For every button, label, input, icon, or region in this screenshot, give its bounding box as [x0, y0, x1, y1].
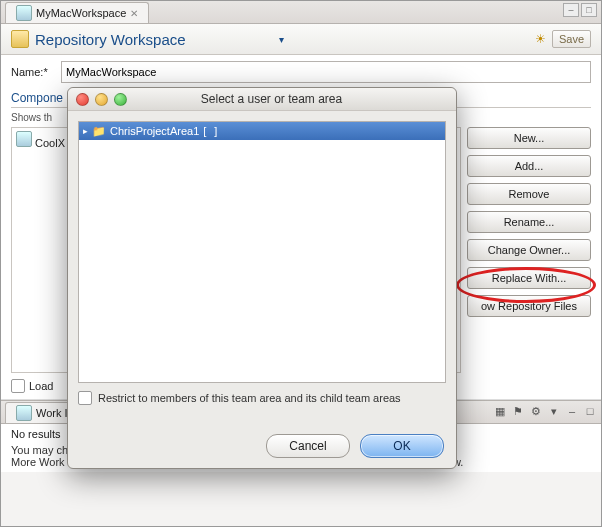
work-items-toolbar: ▦ ⚑ ⚙ ▾ – □ [493, 404, 597, 418]
tree-row-project[interactable]: ▸ 📁 ChrisProjectArea1 [ ] [79, 122, 445, 140]
new-button[interactable]: New... [467, 127, 591, 149]
editor-tab-workspace[interactable]: MyMacWorkspace ✕ [5, 2, 149, 23]
team-area-tree[interactable]: ▸ 📁 ChrisProjectArea1 [ ] [78, 121, 446, 383]
refresh-icon[interactable]: ☀ [535, 32, 546, 46]
zoom-window-button[interactable] [114, 93, 127, 106]
bracket-open: [ [203, 125, 206, 137]
change-owner-button[interactable]: Change Owner... [467, 239, 591, 261]
add-button[interactable]: Add... [467, 155, 591, 177]
replace-with-button[interactable]: Replace With... [467, 267, 591, 289]
component-buttons: New... Add... Remove Rename... Change Ow… [467, 127, 591, 373]
expand-icon[interactable]: ▸ [83, 126, 88, 136]
view-max-icon[interactable]: □ [583, 404, 597, 418]
grid-icon[interactable]: ▦ [493, 404, 507, 418]
menu-icon[interactable]: ▾ [547, 404, 561, 418]
close-icon[interactable]: ✕ [130, 8, 138, 19]
cancel-button[interactable]: Cancel [266, 434, 350, 458]
editor-tabbar: MyMacWorkspace ✕ – □ [1, 1, 601, 24]
remove-button[interactable]: Remove [467, 183, 591, 205]
repository-workspace-icon [11, 30, 29, 48]
select-user-dialog: Select a user or team area ▸ 📁 ChrisProj… [67, 87, 457, 469]
minimize-window-button[interactable] [95, 93, 108, 106]
maximize-button[interactable]: □ [581, 3, 597, 17]
editor-window: MyMacWorkspace ✕ – □ Repository Workspac… [0, 0, 602, 527]
flag-icon[interactable]: ⚑ [511, 404, 525, 418]
dialog-title: Select a user or team area [127, 92, 456, 106]
rename-button[interactable]: Rename... [467, 211, 591, 233]
title-dropdown-icon[interactable]: ▾ [279, 34, 284, 45]
editor-tab-controls: – □ [563, 3, 597, 17]
load-checkbox[interactable] [11, 379, 25, 393]
project-area-icon: 📁 [92, 125, 106, 138]
restrict-label: Restrict to members of this team area an… [98, 392, 401, 404]
component-label: CoolX [35, 137, 65, 149]
dialog-buttons: Cancel OK [266, 434, 444, 458]
name-row: Name:* [11, 61, 591, 83]
view-min-icon[interactable]: – [565, 404, 579, 418]
page-header: Repository Workspace ▾ ☀ Save [1, 24, 601, 55]
work-items-icon [16, 405, 32, 421]
project-name: ChrisProjectArea1 [110, 125, 199, 137]
dialog-body: ▸ 📁 ChrisProjectArea1 [ ] Restrict to me… [68, 111, 456, 415]
hint-prefix: You may ch [11, 444, 68, 456]
save-button[interactable]: Save [552, 30, 591, 48]
name-input[interactable] [61, 61, 591, 83]
gear-icon[interactable]: ⚙ [529, 404, 543, 418]
dialog-titlebar: Select a user or team area [68, 88, 456, 111]
component-icon [16, 131, 32, 147]
editor-tab-label: MyMacWorkspace [36, 7, 126, 19]
minimize-button[interactable]: – [563, 3, 579, 17]
bracket-close: ] [214, 125, 217, 137]
close-window-button[interactable] [76, 93, 89, 106]
show-repository-files-button[interactable]: ow Repository Files [467, 295, 591, 317]
name-label: Name:* [11, 66, 55, 78]
ok-button[interactable]: OK [360, 434, 444, 458]
restrict-checkbox[interactable] [78, 391, 92, 405]
workspace-icon [16, 5, 32, 21]
load-label: Load [29, 380, 53, 392]
restrict-row: Restrict to members of this team area an… [78, 391, 446, 405]
traffic-lights [68, 93, 127, 106]
page-title: Repository Workspace [35, 31, 273, 48]
